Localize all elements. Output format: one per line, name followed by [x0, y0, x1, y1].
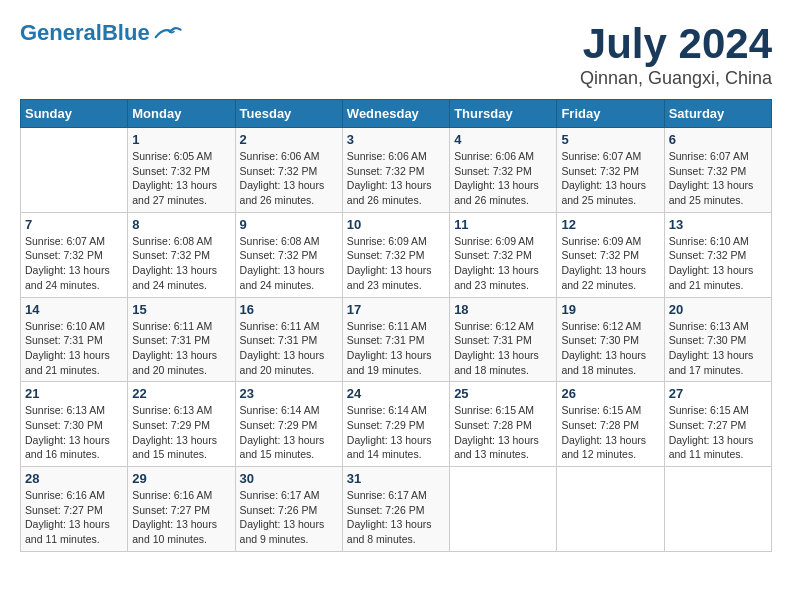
calendar-cell: 25Sunrise: 6:15 AM Sunset: 7:28 PM Dayli…: [450, 382, 557, 467]
day-number: 24: [347, 386, 445, 401]
calendar-cell: 12Sunrise: 6:09 AM Sunset: 7:32 PM Dayli…: [557, 212, 664, 297]
weekday-row: SundayMondayTuesdayWednesdayThursdayFrid…: [21, 100, 772, 128]
day-number: 3: [347, 132, 445, 147]
day-info: Sunrise: 6:12 AM Sunset: 7:30 PM Dayligh…: [561, 320, 646, 376]
weekday-header: Monday: [128, 100, 235, 128]
day-info: Sunrise: 6:12 AM Sunset: 7:31 PM Dayligh…: [454, 320, 539, 376]
calendar-cell: 11Sunrise: 6:09 AM Sunset: 7:32 PM Dayli…: [450, 212, 557, 297]
calendar-cell: 5Sunrise: 6:07 AM Sunset: 7:32 PM Daylig…: [557, 128, 664, 213]
day-number: 15: [132, 302, 230, 317]
calendar-cell: 8Sunrise: 6:08 AM Sunset: 7:32 PM Daylig…: [128, 212, 235, 297]
calendar-cell: 20Sunrise: 6:13 AM Sunset: 7:30 PM Dayli…: [664, 297, 771, 382]
day-info: Sunrise: 6:13 AM Sunset: 7:29 PM Dayligh…: [132, 404, 217, 460]
weekday-header: Wednesday: [342, 100, 449, 128]
calendar-cell: [557, 467, 664, 552]
calendar-table: SundayMondayTuesdayWednesdayThursdayFrid…: [20, 99, 772, 552]
day-number: 10: [347, 217, 445, 232]
day-info: Sunrise: 6:14 AM Sunset: 7:29 PM Dayligh…: [240, 404, 325, 460]
calendar-cell: 9Sunrise: 6:08 AM Sunset: 7:32 PM Daylig…: [235, 212, 342, 297]
day-info: Sunrise: 6:06 AM Sunset: 7:32 PM Dayligh…: [347, 150, 432, 206]
day-number: 5: [561, 132, 659, 147]
day-info: Sunrise: 6:11 AM Sunset: 7:31 PM Dayligh…: [240, 320, 325, 376]
calendar-cell: 16Sunrise: 6:11 AM Sunset: 7:31 PM Dayli…: [235, 297, 342, 382]
day-info: Sunrise: 6:17 AM Sunset: 7:26 PM Dayligh…: [240, 489, 325, 545]
calendar-week-row: 1Sunrise: 6:05 AM Sunset: 7:32 PM Daylig…: [21, 128, 772, 213]
calendar-cell: 21Sunrise: 6:13 AM Sunset: 7:30 PM Dayli…: [21, 382, 128, 467]
weekday-header: Sunday: [21, 100, 128, 128]
day-number: 16: [240, 302, 338, 317]
weekday-header: Friday: [557, 100, 664, 128]
day-info: Sunrise: 6:09 AM Sunset: 7:32 PM Dayligh…: [454, 235, 539, 291]
calendar-header: SundayMondayTuesdayWednesdayThursdayFrid…: [21, 100, 772, 128]
day-number: 2: [240, 132, 338, 147]
day-number: 9: [240, 217, 338, 232]
main-title: July 2024: [580, 20, 772, 68]
logo: GeneralBlue: [20, 20, 182, 46]
day-number: 29: [132, 471, 230, 486]
calendar-cell: 2Sunrise: 6:06 AM Sunset: 7:32 PM Daylig…: [235, 128, 342, 213]
day-number: 8: [132, 217, 230, 232]
day-number: 6: [669, 132, 767, 147]
day-info: Sunrise: 6:13 AM Sunset: 7:30 PM Dayligh…: [25, 404, 110, 460]
day-info: Sunrise: 6:17 AM Sunset: 7:26 PM Dayligh…: [347, 489, 432, 545]
calendar-cell: 18Sunrise: 6:12 AM Sunset: 7:31 PM Dayli…: [450, 297, 557, 382]
day-info: Sunrise: 6:11 AM Sunset: 7:31 PM Dayligh…: [347, 320, 432, 376]
logo-bird-icon: [152, 23, 182, 43]
day-info: Sunrise: 6:07 AM Sunset: 7:32 PM Dayligh…: [561, 150, 646, 206]
day-number: 28: [25, 471, 123, 486]
day-info: Sunrise: 6:06 AM Sunset: 7:32 PM Dayligh…: [240, 150, 325, 206]
calendar-cell: 29Sunrise: 6:16 AM Sunset: 7:27 PM Dayli…: [128, 467, 235, 552]
day-info: Sunrise: 6:05 AM Sunset: 7:32 PM Dayligh…: [132, 150, 217, 206]
day-info: Sunrise: 6:11 AM Sunset: 7:31 PM Dayligh…: [132, 320, 217, 376]
day-info: Sunrise: 6:06 AM Sunset: 7:32 PM Dayligh…: [454, 150, 539, 206]
weekday-header: Saturday: [664, 100, 771, 128]
calendar-cell: [450, 467, 557, 552]
day-number: 4: [454, 132, 552, 147]
day-info: Sunrise: 6:15 AM Sunset: 7:28 PM Dayligh…: [454, 404, 539, 460]
calendar-cell: 7Sunrise: 6:07 AM Sunset: 7:32 PM Daylig…: [21, 212, 128, 297]
day-info: Sunrise: 6:08 AM Sunset: 7:32 PM Dayligh…: [240, 235, 325, 291]
calendar-cell: 31Sunrise: 6:17 AM Sunset: 7:26 PM Dayli…: [342, 467, 449, 552]
day-info: Sunrise: 6:13 AM Sunset: 7:30 PM Dayligh…: [669, 320, 754, 376]
day-info: Sunrise: 6:07 AM Sunset: 7:32 PM Dayligh…: [669, 150, 754, 206]
day-number: 26: [561, 386, 659, 401]
calendar-cell: 1Sunrise: 6:05 AM Sunset: 7:32 PM Daylig…: [128, 128, 235, 213]
day-number: 11: [454, 217, 552, 232]
day-number: 14: [25, 302, 123, 317]
calendar-cell: 17Sunrise: 6:11 AM Sunset: 7:31 PM Dayli…: [342, 297, 449, 382]
calendar-cell: 3Sunrise: 6:06 AM Sunset: 7:32 PM Daylig…: [342, 128, 449, 213]
calendar-body: 1Sunrise: 6:05 AM Sunset: 7:32 PM Daylig…: [21, 128, 772, 552]
calendar-cell: 15Sunrise: 6:11 AM Sunset: 7:31 PM Dayli…: [128, 297, 235, 382]
calendar-week-row: 7Sunrise: 6:07 AM Sunset: 7:32 PM Daylig…: [21, 212, 772, 297]
calendar-cell: 13Sunrise: 6:10 AM Sunset: 7:32 PM Dayli…: [664, 212, 771, 297]
day-info: Sunrise: 6:08 AM Sunset: 7:32 PM Dayligh…: [132, 235, 217, 291]
location-subtitle: Qinnan, Guangxi, China: [580, 68, 772, 89]
day-number: 30: [240, 471, 338, 486]
day-number: 12: [561, 217, 659, 232]
day-info: Sunrise: 6:15 AM Sunset: 7:27 PM Dayligh…: [669, 404, 754, 460]
day-number: 20: [669, 302, 767, 317]
day-info: Sunrise: 6:16 AM Sunset: 7:27 PM Dayligh…: [25, 489, 110, 545]
calendar-cell: 4Sunrise: 6:06 AM Sunset: 7:32 PM Daylig…: [450, 128, 557, 213]
day-number: 18: [454, 302, 552, 317]
day-number: 17: [347, 302, 445, 317]
calendar-cell: 24Sunrise: 6:14 AM Sunset: 7:29 PM Dayli…: [342, 382, 449, 467]
calendar-cell: 28Sunrise: 6:16 AM Sunset: 7:27 PM Dayli…: [21, 467, 128, 552]
day-number: 1: [132, 132, 230, 147]
calendar-cell: 22Sunrise: 6:13 AM Sunset: 7:29 PM Dayli…: [128, 382, 235, 467]
day-number: 7: [25, 217, 123, 232]
day-number: 31: [347, 471, 445, 486]
calendar-cell: 19Sunrise: 6:12 AM Sunset: 7:30 PM Dayli…: [557, 297, 664, 382]
day-info: Sunrise: 6:15 AM Sunset: 7:28 PM Dayligh…: [561, 404, 646, 460]
day-info: Sunrise: 6:16 AM Sunset: 7:27 PM Dayligh…: [132, 489, 217, 545]
calendar-week-row: 28Sunrise: 6:16 AM Sunset: 7:27 PM Dayli…: [21, 467, 772, 552]
page-header: GeneralBlue July 2024 Qinnan, Guangxi, C…: [20, 20, 772, 89]
day-info: Sunrise: 6:09 AM Sunset: 7:32 PM Dayligh…: [347, 235, 432, 291]
day-number: 13: [669, 217, 767, 232]
calendar-cell: 27Sunrise: 6:15 AM Sunset: 7:27 PM Dayli…: [664, 382, 771, 467]
weekday-header: Thursday: [450, 100, 557, 128]
calendar-cell: 14Sunrise: 6:10 AM Sunset: 7:31 PM Dayli…: [21, 297, 128, 382]
day-number: 25: [454, 386, 552, 401]
day-info: Sunrise: 6:07 AM Sunset: 7:32 PM Dayligh…: [25, 235, 110, 291]
calendar-cell: [664, 467, 771, 552]
